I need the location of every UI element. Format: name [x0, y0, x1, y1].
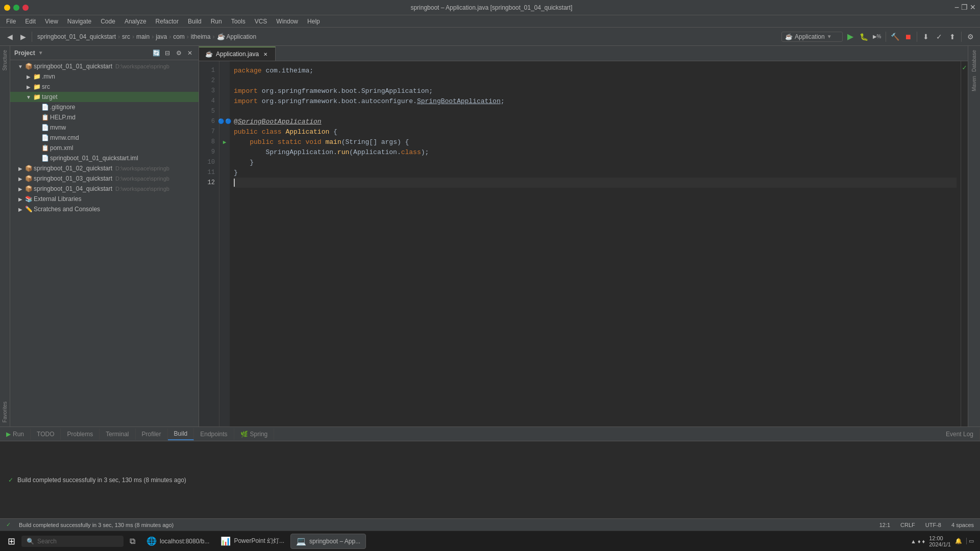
tree-arrow-01-04[interactable]: ▶ — [17, 186, 23, 192]
debug-button[interactable]: 🐛 — [858, 31, 869, 42]
tab-close-application[interactable]: ✕ — [262, 51, 269, 58]
tree-item-external-libs[interactable]: ▶ 📚 External Libraries — [10, 194, 199, 204]
run-main-icon[interactable]: ▶ — [223, 139, 227, 145]
status-build-icon[interactable]: ✓ — [4, 520, 13, 529]
run-with-coverage-button[interactable]: ▶% — [871, 31, 883, 42]
tab-build[interactable]: Build — [168, 428, 194, 440]
favorites-tab[interactable]: Favorites — [1, 399, 9, 424]
tree-arrow-01-02[interactable]: ▶ — [17, 165, 23, 171]
run-button[interactable]: ▶ — [845, 31, 856, 42]
minimize-button[interactable] — [4, 5, 10, 11]
tree-arrow-target[interactable]: ▼ — [26, 94, 32, 100]
menu-analyze[interactable]: Analyze — [120, 17, 151, 26]
status-build-message[interactable]: Build completed successfully in 3 sec, 1… — [17, 521, 176, 529]
git-push-button[interactable]: ⬆ — [947, 31, 958, 42]
status-encoding[interactable]: UTF-8 — [923, 521, 943, 529]
taskbar-intellij[interactable]: 💻 springboot – App... — [290, 534, 366, 549]
tab-application-java[interactable]: ☕ Application.java ✕ — [199, 46, 276, 61]
tree-item-iml[interactable]: 📄 springboot_01_01_quickstart.iml — [10, 153, 199, 163]
tree-item-springboot-01-04[interactable]: ▶ 📦 springboot_01_04_quickstart D:\works… — [10, 184, 199, 194]
menu-file[interactable]: File — [2, 17, 20, 26]
tree-item-scratches[interactable]: ▶ ✏️ Scratches and Consoles — [10, 204, 199, 214]
database-tab[interactable]: Database — [970, 48, 978, 74]
breadcrumb-com[interactable]: com — [173, 33, 185, 40]
breadcrumb-main[interactable]: main — [136, 33, 150, 40]
tree-item-springboot-01-01[interactable]: ▼ 📦 springboot_01_01_quickstart D:\works… — [10, 61, 199, 71]
run-class-icon[interactable]: 🔵 — [218, 118, 224, 124]
tree-item-help-md[interactable]: 📋 HELP.md — [10, 112, 199, 122]
tree-item-pom[interactable]: 📋 pom.xml — [10, 143, 199, 153]
tree-arrow-external-libs[interactable]: ▶ — [17, 196, 23, 202]
title-minimize-icon[interactable]: − — [954, 3, 959, 12]
menu-build[interactable]: Build — [184, 17, 206, 26]
menu-help[interactable]: Help — [303, 17, 324, 26]
tree-item-mvnw[interactable]: 📄 mvnw — [10, 122, 199, 133]
settings-icon[interactable]: ⚙ — [174, 48, 183, 58]
tree-item-springboot-01-02[interactable]: ▶ 📦 springboot_01_02_quickstart D:\works… — [10, 163, 199, 173]
menu-tools[interactable]: Tools — [227, 17, 250, 26]
build-button[interactable]: 🔨 — [889, 31, 900, 42]
tree-item-mvnw-cmd[interactable]: 📄 mvnw.cmd — [10, 133, 199, 143]
back-button[interactable]: ◀ — [4, 31, 15, 42]
menu-refactor[interactable]: Refactor — [152, 17, 183, 26]
menu-window[interactable]: Window — [272, 17, 302, 26]
system-tray-icons[interactable]: ▲ ♦ ♦ — [911, 538, 925, 544]
tab-terminal[interactable]: Terminal — [100, 429, 135, 440]
clock[interactable]: 12:002024/1/1 — [929, 535, 951, 547]
forward-button[interactable]: ▶ — [17, 31, 29, 42]
git-update-button[interactable]: ⬇ — [920, 31, 932, 42]
taskbar-browser[interactable]: 🌐 localhost:8080/b... — [141, 534, 214, 548]
editor-content[interactable]: 1 2 3 4 5 6 7 8 9 10 11 12 — [199, 61, 968, 427]
tree-item-src[interactable]: ▶ 📁 src — [10, 82, 199, 92]
tab-profiler[interactable]: Profiler — [136, 429, 168, 440]
breadcrumb-src[interactable]: src — [122, 33, 130, 40]
tab-todo[interactable]: TODO — [31, 429, 61, 440]
menu-edit[interactable]: Edit — [21, 17, 40, 26]
sync-icon[interactable]: 🔄 — [152, 48, 161, 58]
stop-button[interactable]: ⏹ — [902, 31, 914, 42]
tree-item-springboot-01-03[interactable]: ▶ 📦 springboot_01_03_quickstart D:\works… — [10, 173, 199, 184]
menu-vcs[interactable]: VCS — [251, 17, 272, 26]
maximize-button[interactable] — [13, 5, 19, 11]
taskbar-task-view[interactable]: ⧉ — [125, 535, 140, 548]
tree-item-gitignore[interactable]: 📄 .gitignore — [10, 102, 199, 112]
taskbar-powerpoint[interactable]: 📊 PowerPoint 幻灯... — [215, 534, 289, 548]
maven-tab[interactable]: Maven — [970, 74, 978, 93]
status-line-ending[interactable]: CRLF — [898, 521, 917, 529]
collapse-all-icon[interactable]: ⊟ — [163, 48, 172, 58]
tree-arrow-mvn[interactable]: ▶ — [26, 73, 32, 80]
tree-arrow-01-01[interactable]: ▼ — [17, 63, 23, 69]
tree-arrow-src[interactable]: ▶ — [26, 84, 32, 90]
start-button[interactable]: ⊞ — [2, 532, 20, 550]
tab-endpoints[interactable]: Endpoints — [194, 429, 234, 440]
status-indent[interactable]: 4 spaces — [949, 521, 976, 529]
settings-button[interactable]: ⚙ — [965, 31, 976, 42]
event-log-tab[interactable]: Event Log — [940, 429, 980, 440]
status-cursor-pos[interactable]: 12:1 — [877, 521, 892, 529]
code-editor[interactable]: package com.itheima; import org.springfr… — [230, 61, 961, 427]
project-panel-dropdown[interactable]: ▼ — [38, 50, 43, 56]
tree-item-target[interactable]: ▼ 📁 target — [10, 92, 199, 102]
close-panel-icon[interactable]: ✕ — [185, 48, 194, 58]
tab-problems[interactable]: Problems — [61, 429, 100, 440]
menu-view[interactable]: View — [41, 17, 62, 26]
menu-code[interactable]: Code — [96, 17, 119, 26]
menu-navigate[interactable]: Navigate — [63, 17, 95, 26]
tree-arrow-01-03[interactable]: ▶ — [17, 176, 23, 182]
tab-spring[interactable]: 🌿 Spring — [234, 429, 275, 440]
title-close-icon[interactable]: ✕ — [970, 3, 976, 12]
notification-icon[interactable]: 🔔 — [955, 538, 962, 544]
project-name[interactable]: springboot_01_04_quickstart — [37, 33, 116, 40]
breadcrumb-itheima[interactable]: itheima — [191, 33, 211, 40]
close-button[interactable] — [22, 5, 29, 11]
title-restore-icon[interactable]: ❐ — [961, 3, 968, 12]
breadcrumb-java[interactable]: java — [156, 33, 167, 40]
menu-run[interactable]: Run — [207, 17, 226, 26]
show-desktop[interactable]: ▭ — [966, 538, 974, 544]
window-controls[interactable] — [4, 5, 29, 11]
taskbar-search[interactable]: 🔍 Search — [21, 536, 124, 547]
tab-run[interactable]: ▶ Run — [0, 429, 31, 440]
breadcrumb-application[interactable]: ☕Application — [217, 33, 257, 40]
structure-tab[interactable]: Structure — [1, 48, 9, 73]
tree-item-mvn[interactable]: ▶ 📁 .mvn — [10, 71, 199, 82]
